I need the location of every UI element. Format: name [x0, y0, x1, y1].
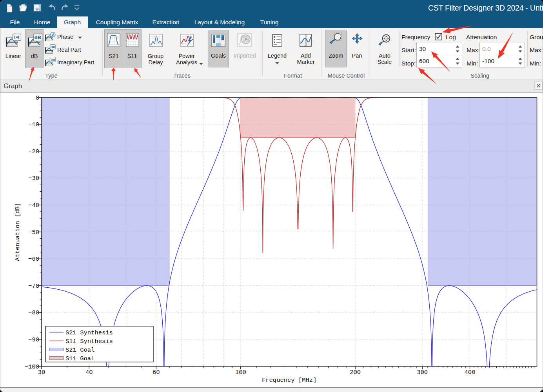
- svg-text:0: 0: [36, 94, 39, 102]
- svg-text:200: 200: [350, 369, 361, 376]
- svg-text:−90: −90: [28, 336, 39, 343]
- svg-text:−10: −10: [28, 121, 39, 128]
- svg-text:60: 60: [153, 369, 160, 376]
- svg-text:−60: −60: [28, 256, 39, 263]
- svg-text:−30: −30: [28, 175, 39, 182]
- svg-text:300: 300: [417, 369, 428, 376]
- svg-text:40: 40: [85, 369, 93, 376]
- svg-text:−40: −40: [28, 202, 39, 209]
- svg-text:S21 Goal: S21 Goal: [65, 347, 94, 354]
- svg-text:−80: −80: [28, 309, 39, 316]
- svg-text:−20: −20: [28, 148, 39, 155]
- svg-text:−70: −70: [28, 283, 39, 290]
- svg-text:Frequency [MHz]: Frequency [MHz]: [262, 377, 317, 384]
- svg-text:Im: Im: [51, 57, 55, 62]
- svg-text:Re: Re: [50, 45, 55, 49]
- svg-text:S11 Goal: S11 Goal: [65, 355, 94, 362]
- svg-text:400: 400: [465, 369, 476, 376]
- svg-text:S21 Synthesis: S21 Synthesis: [65, 329, 113, 336]
- svg-text:Attenuation [dB]: Attenuation [dB]: [14, 203, 21, 261]
- svg-text:S11 Synthesis: S11 Synthesis: [65, 338, 113, 345]
- svg-text:−50: −50: [28, 229, 39, 236]
- svg-text:100: 100: [235, 369, 246, 376]
- svg-text:−100: −100: [25, 363, 39, 370]
- svg-text:dB: dB: [35, 34, 41, 40]
